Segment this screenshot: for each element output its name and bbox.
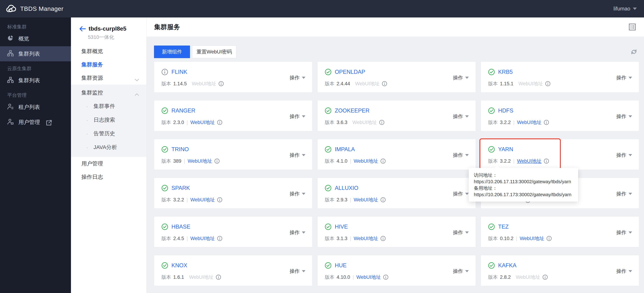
service-name-link[interactable]: KAFKA xyxy=(498,262,516,269)
webui-address-link[interactable]: WebUI地址 xyxy=(356,274,381,281)
info-icon[interactable] xyxy=(545,81,550,86)
sidebar-item[interactable]: 租户列表 xyxy=(0,99,71,115)
service-name-link[interactable]: ZOOKEEPER xyxy=(335,107,370,114)
chevron-down-icon xyxy=(628,232,632,234)
info-icon[interactable] xyxy=(542,275,548,280)
service-name-link[interactable]: SPARK xyxy=(172,185,190,191)
tooltip-access-url: https://10.206.17.113:30002/gateway/tbds… xyxy=(474,178,573,185)
cluster-menu-item[interactable]: 集群服务 xyxy=(71,58,146,71)
info-icon[interactable] xyxy=(217,236,222,241)
action-dropdown[interactable]: 操作 xyxy=(453,152,469,159)
service-card-spark: SPARK 操作 版本 3.2.2 | WebUI地址 xyxy=(154,178,312,209)
sidebar-item[interactable]: 概览 xyxy=(0,31,71,46)
action-dropdown[interactable]: 操作 xyxy=(290,74,306,81)
info-icon[interactable] xyxy=(380,158,386,164)
version-label: 版本 xyxy=(488,274,498,281)
action-dropdown[interactable]: 操作 xyxy=(290,152,306,159)
action-dropdown[interactable]: 操作 xyxy=(453,113,469,120)
action-dropdown[interactable]: 操作 xyxy=(616,152,632,159)
action-dropdown[interactable]: 操作 xyxy=(290,190,306,197)
webui-address-link[interactable]: WebUI地址 xyxy=(517,119,542,126)
action-dropdown[interactable]: 操作 xyxy=(616,74,632,81)
action-dropdown[interactable]: 操作 xyxy=(616,268,632,275)
cluster-menu-item[interactable]: 集群概览 xyxy=(71,45,146,58)
action-dropdown[interactable]: 操作 xyxy=(453,268,469,275)
action-dropdown[interactable]: 操作 xyxy=(453,190,469,197)
action-dropdown[interactable]: 操作 xyxy=(616,229,632,236)
action-dropdown[interactable]: 操作 xyxy=(616,113,632,120)
reset-webui-password-button[interactable]: 重置WebUI密码 xyxy=(192,45,236,58)
webui-address-link[interactable]: WebUI地址 xyxy=(354,158,378,164)
service-name-link[interactable]: HUE xyxy=(335,262,346,269)
cluster-menu-item[interactable]: 集群监控 xyxy=(71,86,146,99)
webui-address-link[interactable]: WebUI地址 xyxy=(354,197,378,203)
info-icon[interactable] xyxy=(382,81,387,86)
add-component-button[interactable]: 新增组件 xyxy=(154,45,190,58)
webui-address-link[interactable]: WebUI地址 xyxy=(520,235,544,242)
refresh-icon[interactable] xyxy=(630,48,638,56)
service-name-link[interactable]: ALLUXIO xyxy=(335,185,358,191)
cluster-menu-item[interactable]: 集群资源 xyxy=(71,71,146,85)
service-card-hive: HIVE 操作 版本 3.1.3 | WebUI地址 xyxy=(317,216,476,247)
info-icon[interactable] xyxy=(544,120,549,125)
service-card-alluxio: ALLUXIO 操作 版本 2.9.3 | WebUI地址 xyxy=(317,178,476,209)
service-name-link[interactable]: KNOX xyxy=(172,262,187,269)
service-name-link[interactable]: YARN xyxy=(498,146,513,153)
user-menu[interactable]: lifumao xyxy=(614,6,644,12)
bullet-icon: · xyxy=(86,117,88,123)
service-name-link[interactable]: TEZ xyxy=(498,224,509,230)
info-icon[interactable] xyxy=(544,158,549,164)
info-icon[interactable] xyxy=(217,197,222,203)
cluster-menu-item[interactable]: 用户管理 xyxy=(71,157,146,170)
action-dropdown[interactable]: 操作 xyxy=(290,113,306,120)
version-label: 版本 xyxy=(161,119,171,126)
version-value: 3.2.2 xyxy=(500,158,511,164)
pie-chart-icon xyxy=(7,35,14,43)
webui-address-link[interactable]: WebUI地址 xyxy=(354,235,378,242)
info-icon[interactable] xyxy=(379,120,384,125)
service-name-link[interactable]: TRINO xyxy=(172,146,189,153)
webui-address-link[interactable]: WebUI地址 xyxy=(188,158,212,164)
cluster-menu-item[interactable]: 操作日志 xyxy=(71,170,146,184)
service-name-link[interactable]: IMPALA xyxy=(335,146,355,153)
info-icon[interactable] xyxy=(218,81,224,86)
service-name-link[interactable]: FLINK xyxy=(172,69,187,75)
sidebar-item[interactable]: 集群列表 xyxy=(0,73,71,88)
info-icon[interactable] xyxy=(380,197,386,203)
sidebar-item[interactable]: 集群列表 xyxy=(0,46,71,61)
service-name-link[interactable]: OPENLDAP xyxy=(335,69,365,75)
brand: TBDS Manager xyxy=(0,5,64,13)
action-dropdown[interactable]: 操作 xyxy=(290,229,306,236)
webui-address-link[interactable]: WebUI地址 xyxy=(517,158,542,164)
cluster-icon xyxy=(7,50,14,58)
service-name-link[interactable]: RANGER xyxy=(172,107,196,114)
cluster-submenu-item[interactable]: ·JAVA分析 xyxy=(71,140,146,154)
action-dropdown[interactable]: 操作 xyxy=(453,74,469,81)
service-name-link[interactable]: HIVE xyxy=(335,224,348,230)
back-arrow-icon[interactable] xyxy=(79,26,86,32)
info-icon[interactable] xyxy=(546,236,552,241)
list-view-icon[interactable] xyxy=(628,23,636,31)
service-name-link[interactable]: KRB5 xyxy=(498,69,513,75)
webui-address-link[interactable]: WebUI地址 xyxy=(190,119,215,126)
version-value: 3.2.2 xyxy=(173,197,184,203)
info-icon[interactable] xyxy=(214,158,220,164)
cluster-submenu-item[interactable]: ·集群事件 xyxy=(71,99,146,113)
info-icon[interactable] xyxy=(216,275,221,280)
action-dropdown[interactable]: 操作 xyxy=(616,190,632,197)
cluster-submenu-item[interactable]: ·告警历史 xyxy=(71,127,146,140)
action-dropdown[interactable]: 操作 xyxy=(453,229,469,236)
info-icon[interactable] xyxy=(380,236,386,241)
info-icon[interactable] xyxy=(383,275,388,280)
version-label: 版本 xyxy=(161,80,171,87)
info-icon[interactable] xyxy=(217,120,222,125)
sidebar-section-label: 标准集群 xyxy=(0,22,71,31)
service-name-link[interactable]: HBASE xyxy=(172,224,190,230)
webui-address-link[interactable]: WebUI地址 xyxy=(190,235,215,242)
webui-address-link[interactable]: WebUI地址 xyxy=(190,197,215,203)
service-name-link[interactable]: HDFS xyxy=(498,107,513,114)
webui-address-link: WebUI地址 xyxy=(355,80,380,87)
sidebar-item[interactable]: 用户管理 xyxy=(0,115,71,130)
cluster-submenu-item[interactable]: ·日志搜索 xyxy=(71,113,146,127)
action-dropdown[interactable]: 操作 xyxy=(290,268,306,275)
